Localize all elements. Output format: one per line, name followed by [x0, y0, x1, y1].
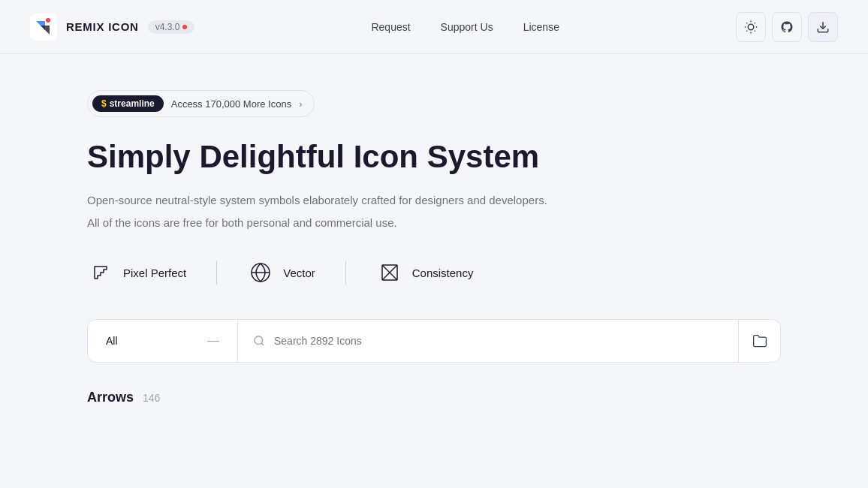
svg-line-10: [755, 23, 755, 23]
category-label: All: [106, 335, 118, 347]
svg-point-2: [748, 24, 754, 30]
svg-point-1: [46, 18, 50, 23]
streamline-badge: $ streamline: [92, 95, 164, 112]
logo-icon: [30, 14, 57, 41]
svg-line-6: [755, 30, 755, 31]
main-content: $ streamline Access 170,000 More Icons ›…: [0, 54, 868, 441]
hero-desc-2: All of the icons are free for both perso…: [87, 213, 781, 233]
main-nav: Request Support Us License: [371, 21, 559, 33]
download-icon: [816, 20, 830, 34]
vector-label: Vector: [283, 267, 315, 279]
theme-toggle-button[interactable]: [736, 12, 766, 42]
consistency-icon: [376, 259, 403, 286]
nav-support[interactable]: Support Us: [441, 21, 493, 33]
svg-line-9: [746, 30, 747, 31]
hero-title: Simply Delightful Icon System: [87, 138, 781, 176]
section-arrows: Arrows 146: [87, 390, 781, 405]
pixel-perfect-icon: [87, 259, 114, 286]
banner-text: Access 170,000 More Icons: [171, 98, 291, 110]
search-section: All —: [87, 319, 781, 363]
github-icon: [780, 20, 794, 34]
header-right: [736, 12, 838, 42]
section-title: Arrows: [87, 390, 134, 405]
brand-name: REMIX ICON: [66, 20, 139, 33]
hero-desc-1: Open-source neutral-style system symbols…: [87, 191, 781, 210]
svg-point-17: [255, 336, 263, 345]
consistency-label: Consistency: [412, 267, 474, 279]
streamline-banner[interactable]: $ streamline Access 170,000 More Icons ›: [87, 90, 315, 117]
download-button[interactable]: [808, 12, 838, 42]
nav-license[interactable]: License: [523, 21, 559, 33]
feature-divider-1: [216, 261, 217, 285]
search-input-wrapper: [238, 320, 738, 362]
site-header: REMIX ICON v4.3.0 Request Support Us Lic…: [0, 0, 868, 54]
feature-divider-2: [345, 261, 346, 285]
search-icon: [253, 335, 265, 347]
banner-arrow: ›: [299, 98, 302, 110]
feature-consistency: Consistency: [376, 259, 504, 286]
sun-icon: [744, 20, 758, 34]
header-left: REMIX ICON v4.3.0: [30, 14, 194, 41]
version-dot: [182, 25, 187, 29]
github-button[interactable]: [772, 12, 802, 42]
feature-vector: Vector: [247, 259, 345, 286]
version-badge: v4.3.0: [148, 20, 195, 34]
svg-line-5: [746, 23, 747, 23]
nav-request[interactable]: Request: [371, 21, 410, 33]
pixel-perfect-label: Pixel Perfect: [123, 267, 186, 279]
vector-icon: [247, 259, 274, 286]
search-input[interactable]: [274, 335, 723, 347]
section-count: 146: [143, 392, 160, 404]
folder-button[interactable]: [738, 320, 780, 362]
category-selector[interactable]: All —: [88, 320, 238, 362]
feature-pixel-perfect: Pixel Perfect: [87, 259, 216, 286]
svg-line-18: [261, 343, 264, 345]
folder-icon: [752, 333, 767, 348]
dollar-icon: $: [101, 98, 107, 109]
features-row: Pixel Perfect Vector Consistency: [87, 259, 781, 286]
category-collapse-icon: —: [207, 334, 219, 348]
